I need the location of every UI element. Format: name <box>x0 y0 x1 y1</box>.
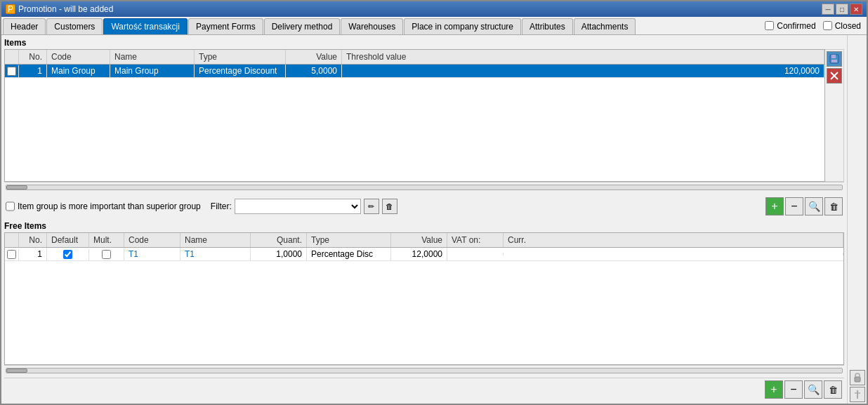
bottom-delete-button[interactable]: 🗑 <box>824 380 842 399</box>
th-value: Value <box>286 50 342 64</box>
free-th-mult: Mult. <box>89 233 124 247</box>
filter-edit-button[interactable]: ✏ <box>364 199 379 214</box>
delete-item-button[interactable]: 🗑 <box>824 197 843 215</box>
items-section: Items No. Code Name Type Value Threshold… <box>4 38 844 192</box>
bottom-search-button[interactable]: 🔍 <box>804 380 822 399</box>
top-controls: Confirmed Closed <box>761 21 865 32</box>
bottom-toolbar: + − 🔍 🗑 <box>4 378 844 401</box>
td-row-checkbox[interactable] <box>5 65 19 77</box>
items-scrollbar-track[interactable] <box>6 185 843 190</box>
tabs-bar: Header Customers Wartość transakcji Paym… <box>3 18 636 34</box>
tab-delivery-method[interactable]: Delivery method <box>264 18 341 34</box>
free-th-curr: Curr. <box>504 233 843 247</box>
content-area: Items No. Code Name Type Value Threshold… <box>1 35 847 404</box>
items-scrollbar[interactable] <box>4 182 844 192</box>
free-td-type: Percentage Disc <box>307 248 391 260</box>
svg-rect-2 <box>831 60 837 62</box>
minimize-button[interactable]: ─ <box>822 4 834 15</box>
free-th-value: Value <box>391 233 447 247</box>
item-group-label: Item group is more important than superi… <box>18 201 201 211</box>
restore-button[interactable]: □ <box>836 4 848 15</box>
tab-payment-forms[interactable]: Payment Forms <box>188 18 263 34</box>
closed-checkbox[interactable] <box>823 21 832 30</box>
bottom-add-button[interactable]: + <box>765 380 783 399</box>
delete-button[interactable] <box>827 68 842 84</box>
free-th-checkbox <box>5 233 19 247</box>
title-bar: P Promotion - will be added ─ □ ✕ <box>1 1 867 17</box>
free-td-mult[interactable] <box>89 248 124 260</box>
free-items-label: Free Items <box>4 221 844 231</box>
free-th-vat: VAT on: <box>447 233 504 247</box>
td-code: Main Group <box>47 65 110 77</box>
free-table-row[interactable]: 1 T1 T1 1,0000 Percentage Disc 12,0000 <box>5 248 843 261</box>
free-scrollbar-thumb[interactable] <box>6 369 27 373</box>
save-button[interactable] <box>827 51 842 67</box>
free-th-quant: Quant. <box>251 233 307 247</box>
free-items-scrollbar[interactable] <box>4 365 844 375</box>
th-code: Code <box>47 50 110 64</box>
th-name: Name <box>110 50 195 64</box>
th-checkbox <box>5 50 19 64</box>
filter-select[interactable] <box>235 199 361 214</box>
items-side-toolbar <box>825 49 844 182</box>
closed-text: Closed <box>835 21 861 31</box>
td-name: Main Group <box>110 65 195 77</box>
close-window-button[interactable]: ✕ <box>850 4 862 15</box>
free-td-vat <box>447 253 504 255</box>
table-empty-space <box>5 78 824 182</box>
td-threshold: 120,0000 <box>342 65 824 77</box>
free-td-row-checkbox[interactable] <box>5 248 19 260</box>
free-th-name: Name <box>180 233 251 247</box>
search-item-button[interactable]: 🔍 <box>805 197 823 215</box>
title-bar-left: P Promotion - will be added <box>6 4 113 14</box>
bottom-remove-button[interactable]: − <box>784 380 803 399</box>
free-td-value: 12,0000 <box>391 248 447 260</box>
tab-warehouses[interactable]: Warehouses <box>341 18 403 34</box>
free-td-curr <box>504 253 843 255</box>
filter-label: Filter: <box>211 201 232 211</box>
right-side-toolbar <box>847 35 867 404</box>
closed-label[interactable]: Closed <box>823 21 861 31</box>
items-section-label: Items <box>4 38 844 48</box>
tab-wartosc[interactable]: Wartość transakcji <box>103 18 188 34</box>
free-table-empty <box>5 261 843 365</box>
window-title: Promotion - will be added <box>18 4 113 14</box>
tab-attributes[interactable]: Attributes <box>522 18 573 34</box>
remove-item-button[interactable]: − <box>785 197 803 215</box>
free-th-no: No. <box>19 233 47 247</box>
filter-bar: Item group is more important than superi… <box>4 194 844 218</box>
confirmed-text: Confirmed <box>777 21 815 31</box>
tabs-and-controls: Header Customers Wartość transakcji Paym… <box>1 17 867 35</box>
tab-header[interactable]: Header <box>3 18 46 34</box>
tab-customers[interactable]: Customers <box>46 18 103 34</box>
td-no: 1 <box>19 65 47 77</box>
free-td-default[interactable] <box>47 248 89 260</box>
td-value: 5,0000 <box>286 65 342 77</box>
items-toolbar: + − 🔍 🗑 <box>765 197 843 215</box>
th-threshold: Threshold value <box>342 50 824 64</box>
free-td-quant: 1,0000 <box>251 248 307 260</box>
th-type: Type <box>195 50 286 64</box>
free-th-type: Type <box>307 233 391 247</box>
item-group-checkbox[interactable] <box>6 199 15 213</box>
free-scrollbar-track[interactable] <box>6 368 843 373</box>
free-items-header: No. Default Mult. Code Name Quant. Type … <box>5 233 843 248</box>
free-th-default: Default <box>47 233 89 247</box>
lock-button <box>850 370 865 385</box>
pin-button <box>850 387 865 402</box>
items-scrollbar-thumb[interactable] <box>6 185 27 190</box>
add-item-button[interactable]: + <box>765 197 784 215</box>
td-type: Percentage Discount <box>195 65 286 77</box>
table-row[interactable]: 1 Main Group Main Group Percentage Disco… <box>5 65 824 78</box>
confirmed-checkbox[interactable] <box>765 21 774 30</box>
svg-rect-1 <box>831 55 836 58</box>
title-buttons: ─ □ ✕ <box>822 4 862 15</box>
filter-clear-button[interactable]: 🗑 <box>382 199 397 214</box>
main-area: Items No. Code Name Type Value Threshold… <box>1 35 867 404</box>
confirmed-label[interactable]: Confirmed <box>765 21 815 31</box>
tab-attachments[interactable]: Attachments <box>574 18 636 34</box>
free-items-section: Free Items No. Default Mult. Code Name Q… <box>4 221 844 375</box>
items-table-area: No. Code Name Type Value Threshold value… <box>4 49 844 182</box>
free-td-name: T1 <box>180 248 251 260</box>
tab-place-company[interactable]: Place in company structure <box>404 18 521 34</box>
